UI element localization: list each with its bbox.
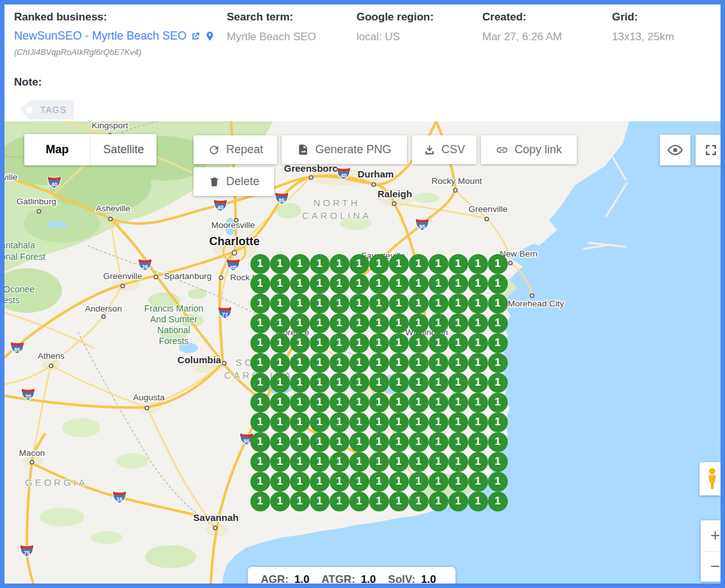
grid-rank-marker[interactable]: 1 (409, 492, 429, 511)
grid-rank-marker[interactable]: 1 (310, 393, 330, 412)
grid-rank-marker[interactable]: 1 (250, 393, 270, 412)
grid-rank-marker[interactable]: 1 (349, 254, 369, 274)
grid-rank-marker[interactable]: 1 (389, 472, 409, 492)
map-type-satellite-button[interactable]: Satellite (90, 134, 156, 165)
grid-rank-marker[interactable]: 1 (330, 274, 349, 294)
grid-rank-marker[interactable]: 1 (409, 472, 429, 492)
grid-rank-marker[interactable]: 1 (389, 492, 409, 511)
grid-rank-marker[interactable]: 1 (270, 492, 290, 511)
visibility-toggle-button[interactable] (660, 135, 691, 165)
zoom-in-button[interactable]: + (701, 520, 721, 551)
grid-rank-marker[interactable]: 1 (389, 373, 409, 393)
grid-rank-marker[interactable]: 1 (409, 274, 429, 294)
grid-rank-marker[interactable]: 1 (250, 373, 270, 393)
grid-rank-marker[interactable]: 1 (448, 333, 468, 353)
grid-rank-marker[interactable]: 1 (330, 432, 349, 452)
grid-rank-marker[interactable]: 1 (389, 353, 409, 373)
grid-rank-marker[interactable]: 1 (369, 472, 389, 492)
grid-rank-marker[interactable]: 1 (290, 373, 310, 393)
grid-rank-marker[interactable]: 1 (290, 472, 310, 492)
grid-rank-marker[interactable]: 1 (369, 313, 389, 333)
grid-rank-marker[interactable]: 1 (290, 412, 310, 432)
grid-rank-marker[interactable]: 1 (448, 274, 468, 294)
grid-rank-marker[interactable]: 1 (349, 313, 369, 333)
grid-rank-marker[interactable]: 1 (330, 452, 349, 472)
grid-rank-marker[interactable]: 1 (369, 452, 389, 472)
grid-rank-marker[interactable]: 1 (409, 452, 429, 472)
grid-rank-marker[interactable]: 1 (250, 452, 270, 472)
grid-rank-marker[interactable]: 1 (330, 492, 349, 511)
grid-rank-marker[interactable]: 1 (389, 393, 409, 412)
grid-rank-marker[interactable]: 1 (270, 313, 290, 333)
grid-rank-marker[interactable]: 1 (389, 452, 409, 472)
grid-rank-marker[interactable]: 1 (290, 333, 310, 353)
grid-rank-marker[interactable]: 1 (488, 373, 508, 393)
grid-rank-marker[interactable]: 1 (409, 432, 429, 452)
grid-rank-marker[interactable]: 1 (468, 353, 488, 373)
map-pin-icon[interactable] (204, 31, 215, 41)
grid-rank-marker[interactable]: 1 (429, 333, 448, 353)
grid-rank-marker[interactable]: 1 (488, 393, 508, 412)
grid-rank-marker[interactable]: 1 (250, 333, 270, 353)
grid-rank-marker[interactable]: 1 (330, 313, 349, 333)
grid-rank-marker[interactable]: 1 (448, 432, 468, 452)
grid-rank-marker[interactable]: 1 (468, 452, 488, 472)
grid-rank-marker[interactable]: 1 (250, 492, 270, 511)
grid-rank-marker[interactable]: 1 (330, 472, 349, 492)
fullscreen-button[interactable] (696, 135, 721, 165)
grid-rank-marker[interactable]: 1 (409, 313, 429, 333)
grid-rank-marker[interactable]: 1 (488, 472, 508, 492)
grid-rank-marker[interactable]: 1 (270, 254, 290, 274)
grid-rank-marker[interactable]: 1 (369, 373, 389, 393)
grid-rank-marker[interactable]: 1 (290, 353, 310, 373)
grid-rank-marker[interactable]: 1 (369, 254, 389, 274)
grid-rank-marker[interactable]: 1 (349, 353, 369, 373)
grid-rank-marker[interactable]: 1 (330, 333, 349, 353)
grid-rank-marker[interactable]: 1 (488, 492, 508, 511)
grid-rank-marker[interactable]: 1 (270, 472, 290, 492)
grid-rank-marker[interactable]: 1 (429, 294, 448, 313)
grid-rank-marker[interactable]: 1 (369, 412, 389, 432)
grid-rank-marker[interactable]: 1 (310, 294, 330, 313)
grid-rank-marker[interactable]: 1 (250, 412, 270, 432)
grid-rank-marker[interactable]: 1 (250, 313, 270, 333)
grid-rank-marker[interactable]: 1 (488, 333, 508, 353)
grid-rank-marker[interactable]: 1 (409, 254, 429, 274)
grid-rank-marker[interactable]: 1 (270, 353, 290, 373)
grid-rank-marker[interactable]: 1 (448, 294, 468, 313)
grid-rank-marker[interactable]: 1 (389, 254, 409, 274)
map-canvas[interactable]: KingsportvilleGatlinburgAshevilleMooresv… (4, 121, 721, 584)
grid-rank-marker[interactable]: 1 (429, 452, 448, 472)
grid-rank-marker[interactable]: 1 (270, 373, 290, 393)
grid-rank-marker[interactable]: 1 (349, 294, 369, 313)
grid-rank-marker[interactable]: 1 (310, 452, 330, 472)
grid-rank-marker[interactable]: 1 (468, 412, 488, 432)
grid-rank-marker[interactable]: 1 (310, 432, 330, 452)
grid-rank-marker[interactable]: 1 (349, 452, 369, 472)
grid-rank-marker[interactable]: 1 (389, 412, 409, 432)
grid-rank-marker[interactable]: 1 (389, 432, 409, 452)
grid-rank-marker[interactable]: 1 (330, 353, 349, 373)
grid-rank-marker[interactable]: 1 (429, 274, 448, 294)
grid-rank-marker[interactable]: 1 (310, 333, 330, 353)
grid-rank-marker[interactable]: 1 (369, 432, 389, 452)
grid-rank-marker[interactable]: 1 (468, 393, 488, 412)
grid-rank-marker[interactable]: 1 (389, 294, 409, 313)
grid-rank-marker[interactable]: 1 (468, 254, 488, 274)
grid-rank-marker[interactable]: 1 (250, 353, 270, 373)
grid-rank-marker[interactable]: 1 (409, 373, 429, 393)
grid-rank-marker[interactable]: 1 (270, 452, 290, 472)
grid-rank-marker[interactable]: 1 (290, 274, 310, 294)
grid-rank-marker[interactable]: 1 (310, 313, 330, 333)
grid-rank-marker[interactable]: 1 (488, 274, 508, 294)
grid-rank-marker[interactable]: 1 (310, 274, 330, 294)
grid-rank-marker[interactable]: 1 (349, 333, 369, 353)
grid-rank-marker[interactable]: 1 (389, 333, 409, 353)
grid-rank-marker[interactable]: 1 (468, 472, 488, 492)
grid-rank-marker[interactable]: 1 (290, 492, 310, 511)
grid-rank-marker[interactable]: 1 (468, 492, 488, 511)
grid-rank-marker[interactable]: 1 (429, 492, 448, 511)
grid-rank-marker[interactable]: 1 (349, 472, 369, 492)
grid-rank-marker[interactable]: 1 (349, 373, 369, 393)
map-type-map-button[interactable]: Map (24, 134, 90, 165)
